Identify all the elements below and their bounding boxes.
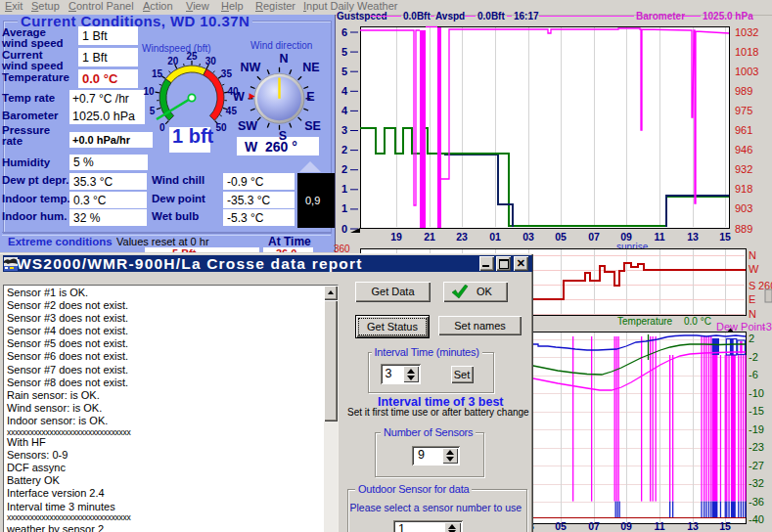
- svg-text:Windspeed (bft): Windspeed (bft): [142, 43, 211, 54]
- svg-text:E: E: [749, 293, 755, 305]
- svg-text:11: 11: [654, 231, 664, 243]
- svg-text:Avspd: Avspd: [435, 11, 465, 22]
- svg-text:2: 2: [341, 144, 347, 155]
- svg-text:-19: -19: [749, 423, 764, 435]
- svg-text:05: 05: [555, 231, 567, 243]
- svg-text:-27: -27: [749, 460, 764, 471]
- svg-text:25: 25: [186, 51, 198, 62]
- svg-text:07: 07: [588, 520, 600, 532]
- svg-text:918: 918: [735, 183, 752, 195]
- svg-text:19: 19: [390, 231, 402, 243]
- svg-text:3: 3: [341, 124, 347, 136]
- svg-text:1032: 1032: [735, 26, 758, 38]
- svg-text:21: 21: [424, 231, 435, 243]
- svg-text:W: W: [233, 90, 245, 104]
- svg-text:5: 5: [341, 66, 347, 77]
- svg-text:889: 889: [735, 223, 752, 235]
- svg-text:-23: -23: [749, 441, 764, 453]
- svg-text:2: 2: [341, 163, 347, 175]
- svg-text:0.0Bft: 0.0Bft: [477, 11, 505, 22]
- svg-text:03: 03: [522, 231, 534, 243]
- svg-text:6: 6: [341, 26, 347, 38]
- svg-text:13: 13: [687, 231, 699, 243]
- svg-text:05: 05: [555, 520, 567, 532]
- svg-text:50: 50: [216, 122, 228, 133]
- svg-text:11: 11: [654, 520, 664, 532]
- svg-text:1: 1: [341, 183, 347, 195]
- svg-text:946: 946: [735, 144, 752, 155]
- svg-text:989: 989: [735, 85, 752, 97]
- svg-text:0.0 °C: 0.0 °C: [684, 316, 711, 327]
- svg-text:N: N: [749, 308, 756, 320]
- svg-text:-36: -36: [749, 496, 764, 508]
- svg-text:932: 932: [735, 163, 752, 175]
- svg-text:-2: -2: [749, 351, 758, 363]
- svg-text:S: S: [279, 129, 287, 143]
- svg-text:Dew Point: Dew Point: [716, 321, 765, 332]
- svg-text:01: 01: [489, 231, 501, 243]
- svg-text:23: 23: [456, 231, 468, 243]
- svg-text:Wind direction: Wind direction: [250, 40, 312, 51]
- svg-text:-35: -35: [762, 321, 772, 332]
- svg-text:0.0Bft: 0.0Bft: [403, 11, 431, 22]
- svg-text:15: 15: [152, 68, 163, 79]
- svg-text:1025.0 hPa: 1025.0 hPa: [703, 11, 753, 22]
- svg-text:Temperature: Temperature: [617, 316, 673, 327]
- svg-text:-10: -10: [749, 387, 764, 399]
- svg-text:0: 0: [341, 223, 347, 235]
- svg-text:5: 5: [341, 46, 347, 58]
- svg-text:1: 1: [341, 202, 347, 214]
- svg-text:-6: -6: [749, 369, 758, 380]
- svg-text:NW: NW: [240, 61, 260, 74]
- svg-text:07: 07: [588, 231, 600, 243]
- svg-text:S: S: [749, 280, 755, 291]
- svg-text:2: 2: [749, 332, 754, 344]
- svg-text:4: 4: [341, 105, 348, 116]
- svg-text:SW: SW: [238, 119, 257, 133]
- svg-text:4: 4: [341, 85, 348, 97]
- svg-text:1018: 1018: [735, 46, 758, 58]
- svg-text:-32: -32: [749, 477, 764, 489]
- svg-text:-40: -40: [749, 513, 764, 525]
- svg-text:1003: 1003: [735, 66, 758, 77]
- svg-text:NE: NE: [302, 61, 319, 74]
- svg-text:16:17: 16:17: [514, 11, 539, 22]
- svg-text:SE: SE: [304, 119, 321, 133]
- svg-text:09: 09: [620, 520, 632, 532]
- svg-text:30: 30: [205, 56, 217, 66]
- svg-text:E: E: [306, 90, 314, 104]
- svg-text:903: 903: [735, 202, 752, 214]
- svg-text:N: N: [279, 52, 288, 66]
- svg-text:975: 975: [735, 105, 752, 116]
- svg-text:N: N: [749, 249, 756, 261]
- svg-text:Barometer: Barometer: [636, 11, 685, 22]
- svg-text:961: 961: [735, 124, 752, 136]
- svg-text:5: 5: [150, 106, 156, 116]
- svg-text:-15: -15: [749, 405, 764, 417]
- svg-text:20: 20: [167, 56, 179, 66]
- svg-text:15: 15: [719, 520, 731, 532]
- svg-text:15: 15: [719, 231, 731, 243]
- svg-text:10: 10: [143, 86, 155, 97]
- svg-text:0: 0: [159, 122, 165, 133]
- svg-text:13: 13: [687, 520, 699, 532]
- svg-text:W: W: [749, 263, 759, 275]
